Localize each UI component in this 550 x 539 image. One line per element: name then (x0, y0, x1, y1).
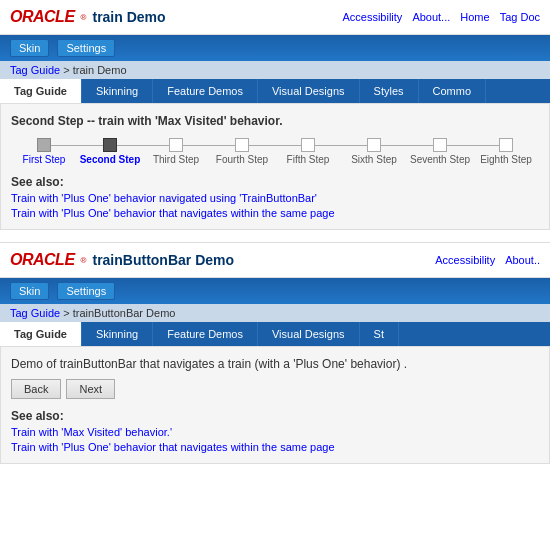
tab-skinning[interactable]: Skinning (82, 79, 153, 103)
see-also-link-2-2[interactable]: Train with 'Plus One' behavior that navi… (11, 441, 539, 453)
demo1-content: Second Step -- train with 'Max Visited' … (0, 103, 550, 230)
demo1-breadcrumb: Tag Guide > train Demo (0, 61, 550, 79)
demo2-tab-visual-designs[interactable]: Visual Designs (258, 322, 360, 346)
demo1-logo: ORACLE ® train Demo (10, 8, 166, 26)
tab-styles[interactable]: Styles (360, 79, 419, 103)
line-left-6 (341, 145, 367, 146)
demo1-tabs: Tag Guide Skinning Feature Demos Visual … (0, 79, 550, 103)
step-icon-4 (235, 138, 249, 152)
step-label-7: Seventh Step (407, 154, 473, 165)
demo2-description: Demo of trainButtonBar that navigates a … (11, 357, 539, 371)
step-label-3: Third Step (143, 154, 209, 165)
breadcrumb-tag-guide[interactable]: Tag Guide (10, 64, 60, 76)
oracle-logo-text-2: ORACLE (10, 251, 75, 269)
demo1-section: ORACLE ® train Demo Accessibility About.… (0, 0, 550, 230)
see-also-link-1-2[interactable]: Train with 'Plus One' behavior that navi… (11, 207, 539, 219)
demo2-content: Demo of trainButtonBar that navigates a … (0, 346, 550, 464)
back-button[interactable]: Back (11, 379, 61, 399)
tab-tag-guide[interactable]: Tag Guide (0, 79, 82, 103)
tab-visual-designs[interactable]: Visual Designs (258, 79, 360, 103)
demo2-breadcrumb-tag-guide[interactable]: Tag Guide (10, 307, 60, 319)
line-left-8 (473, 145, 499, 146)
line-left-4 (209, 145, 235, 146)
line-right-4 (249, 145, 275, 146)
tag-doc-link[interactable]: Tag Doc (500, 11, 540, 23)
tab-feature-demos[interactable]: Feature Demos (153, 79, 258, 103)
line-right-5 (315, 145, 341, 146)
demo1-app-title: train Demo (92, 9, 165, 25)
see-also-link-2-1[interactable]: Train with 'Max Visited' behavior.' (11, 426, 539, 438)
oracle-registered-2: ® (81, 256, 87, 265)
demo2-tab-feature-demos[interactable]: Feature Demos (153, 322, 258, 346)
demo2-tabs: Tag Guide Skinning Feature Demos Visual … (0, 322, 550, 346)
demo1-header: ORACLE ® train Demo Accessibility About.… (0, 0, 550, 35)
step-label-2[interactable]: Second Step (77, 154, 143, 165)
train-step-2: Second Step (77, 138, 143, 165)
line-left-2 (77, 145, 103, 146)
demo1-toolbar: Skin Settings (0, 35, 550, 61)
demo2-about-link[interactable]: About.. (505, 254, 540, 266)
step-icon-2 (103, 138, 117, 152)
about-link[interactable]: About... (412, 11, 450, 23)
demo2-settings-button[interactable]: Settings (57, 282, 115, 300)
accessibility-link[interactable]: Accessibility (342, 11, 402, 23)
see-also-link-1-1[interactable]: Train with 'Plus One' behavior navigated… (11, 192, 539, 204)
demo2-section: ORACLE ® trainButtonBar Demo Accessibili… (0, 242, 550, 464)
settings-button[interactable]: Settings (57, 39, 115, 57)
step-icon-7 (433, 138, 447, 152)
demo2-toolbar: Skin Settings (0, 278, 550, 304)
demo2-header: ORACLE ® trainButtonBar Demo Accessibili… (0, 242, 550, 278)
demo1-header-nav: Accessibility About... Home Tag Doc (342, 11, 540, 23)
see-also-title-1: See also: (11, 175, 539, 189)
skin-button[interactable]: Skin (10, 39, 49, 57)
demo2-logo: ORACLE ® trainButtonBar Demo (10, 251, 234, 269)
breadcrumb-current: train Demo (73, 64, 127, 76)
demo2-tab-skinning[interactable]: Skinning (82, 322, 153, 346)
demo2-app-title: trainButtonBar Demo (92, 252, 234, 268)
line-left-5 (275, 145, 301, 146)
step-label-5: Fifth Step (275, 154, 341, 165)
oracle-registered: ® (81, 13, 87, 22)
train-step-7: Seventh Step (407, 138, 473, 165)
line-right-1 (51, 145, 77, 146)
line-left-7 (407, 145, 433, 146)
line-right-3 (183, 145, 209, 146)
line-right-6 (381, 145, 407, 146)
train-widget: First Step Second Step Third Step (11, 138, 539, 165)
oracle-logo-text: ORACLE (10, 8, 75, 26)
step-icon-8 (499, 138, 513, 152)
tab-commo[interactable]: Commo (419, 79, 487, 103)
line-right-2 (117, 145, 143, 146)
train-step-6: Sixth Step (341, 138, 407, 165)
demo2-tab-tag-guide[interactable]: Tag Guide (0, 322, 82, 346)
demo1-section-title: Second Step -- train with 'Max Visited' … (11, 114, 539, 128)
demo2-button-bar: Back Next (11, 379, 539, 399)
breadcrumb-sep: > (63, 64, 72, 76)
home-link[interactable]: Home (460, 11, 489, 23)
demo2-header-nav: Accessibility About.. (435, 254, 540, 266)
step-icon-5 (301, 138, 315, 152)
demo2-see-also: See also: Train with 'Max Visited' behav… (11, 409, 539, 453)
train-step-3: Third Step (143, 138, 209, 165)
train-step-4: Fourth Step (209, 138, 275, 165)
demo1-see-also: See also: Train with 'Plus One' behavior… (11, 175, 539, 219)
line-right-7 (447, 145, 473, 146)
step-label-4: Fourth Step (209, 154, 275, 165)
demo2-skin-button[interactable]: Skin (10, 282, 49, 300)
step-label-1[interactable]: First Step (11, 154, 77, 165)
next-button[interactable]: Next (66, 379, 115, 399)
demo2-accessibility-link[interactable]: Accessibility (435, 254, 495, 266)
demo2-breadcrumb-sep: > (63, 307, 72, 319)
step-icon-3 (169, 138, 183, 152)
step-label-6: Sixth Step (341, 154, 407, 165)
demo2-tab-st[interactable]: St (360, 322, 399, 346)
see-also-title-2: See also: (11, 409, 539, 423)
step-label-8: Eighth Step (473, 154, 539, 165)
demo2-breadcrumb: Tag Guide > trainButtonBar Demo (0, 304, 550, 322)
section-divider (0, 230, 550, 238)
train-step-8: Eighth Step (473, 138, 539, 165)
train-step-5: Fifth Step (275, 138, 341, 165)
line-left-3 (143, 145, 169, 146)
train-step-1: First Step (11, 138, 77, 165)
step-icon-1 (37, 138, 51, 152)
